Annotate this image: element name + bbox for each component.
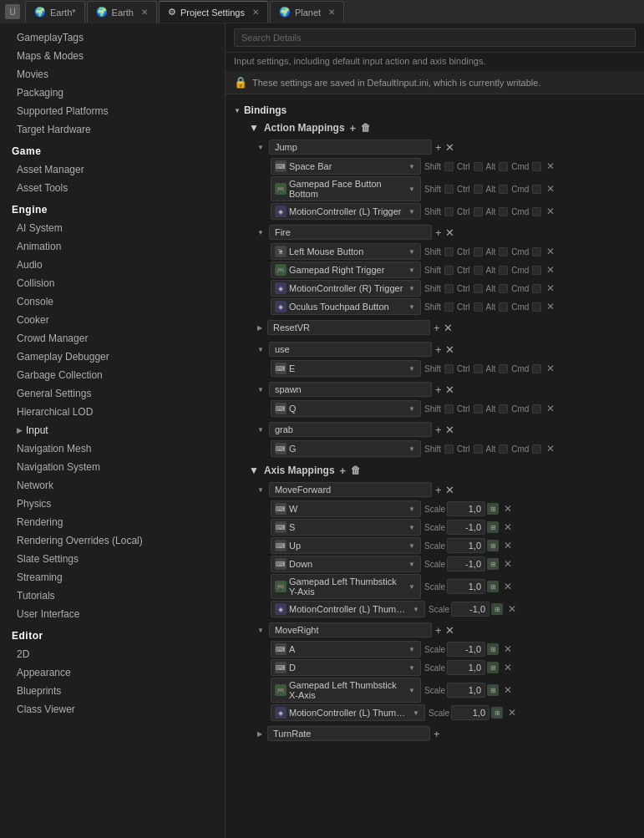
scale-expand-icon[interactable]: ⊞ — [487, 503, 499, 515]
cmd-check[interactable] — [532, 266, 541, 275]
sidebar-item-gameplaytags[interactable]: GameplayTags — [0, 28, 225, 47]
delete-binding-button[interactable]: ✕ — [504, 540, 512, 551]
key-select-gamepad-face[interactable]: 🎮 Gamepad Face Button Bottom ▼ — [271, 176, 421, 201]
sidebar-item-rendering[interactable]: Rendering — [0, 513, 225, 531]
tab-project-settings[interactable]: ⚙ Project Settings ✕ — [159, 1, 268, 23]
scale-input[interactable] — [447, 579, 485, 594]
cmd-check[interactable] — [532, 162, 541, 171]
scale-input[interactable] — [447, 501, 485, 516]
scale-expand-icon[interactable]: ⊞ — [487, 662, 499, 673]
action-name-moveright[interactable] — [269, 622, 432, 637]
sidebar-item-blueprints[interactable]: Blueprints — [0, 682, 225, 700]
collapse-use-triangle[interactable]: ▼ — [257, 346, 264, 353]
sidebar-item-slate-settings[interactable]: Slate Settings — [0, 550, 225, 568]
shift-check[interactable] — [444, 302, 454, 312]
delete-jump-action-button[interactable]: ✕ — [445, 142, 454, 153]
key-select-gamepad-lthx[interactable]: 🎮 Gamepad Left Thumbstick X-Axis ▼ — [271, 678, 421, 703]
add-turnrate-binding-button[interactable]: + — [434, 729, 440, 739]
bindings-section-header[interactable]: ▼ Bindings — [231, 101, 639, 119]
alt-check[interactable] — [499, 364, 508, 373]
ctrl-check[interactable] — [474, 302, 483, 312]
scale-input[interactable] — [447, 520, 485, 535]
sidebar-item-garbage-collection[interactable]: Garbage Collection — [0, 366, 225, 384]
key-select-g[interactable]: ⌨ G ▼ — [271, 440, 421, 457]
key-select-down[interactable]: ⌨ Down ▼ — [271, 556, 421, 572]
collapse-moveright-triangle[interactable]: ▼ — [257, 627, 264, 634]
delete-axis-mapping-button[interactable]: 🗑 — [351, 465, 361, 475]
sidebar-item-general-settings[interactable]: General Settings — [0, 384, 225, 403]
scale-expand-icon[interactable]: ⊞ — [491, 707, 503, 719]
sidebar-item-rendering-overrides[interactable]: Rendering Overrides (Local) — [0, 531, 225, 550]
collapse-axis-mappings-triangle[interactable]: ▼ — [249, 465, 259, 476]
scale-input[interactable] — [451, 602, 489, 617]
action-name-spawn[interactable] — [269, 382, 432, 397]
delete-use-action-button[interactable]: ✕ — [445, 344, 454, 355]
scale-input[interactable] — [451, 705, 489, 720]
key-select-up[interactable]: ⌨ Up ▼ — [271, 537, 421, 554]
sidebar-item-supported-platforms[interactable]: Supported Platforms — [0, 102, 225, 120]
ctrl-check[interactable] — [474, 444, 483, 454]
shift-check[interactable] — [444, 404, 454, 414]
key-select-motion-lthumb2[interactable]: ◈ MotionController (L) Thumbstick ▼ — [271, 704, 425, 721]
shift-check[interactable] — [444, 162, 454, 171]
delete-binding-button[interactable]: ✕ — [546, 183, 555, 195]
delete-binding-button[interactable]: ✕ — [546, 160, 555, 172]
scale-expand-icon[interactable]: ⊞ — [487, 540, 499, 551]
key-select-a[interactable]: ⌨ A ▼ — [271, 641, 421, 658]
key-select-gamepad-right-trigger[interactable]: 🎮 Gamepad Right Trigger ▼ — [271, 262, 421, 278]
add-grab-binding-button[interactable]: + — [435, 424, 442, 435]
alt-check[interactable] — [499, 284, 508, 293]
alt-check[interactable] — [499, 185, 508, 194]
add-moveforward-binding-button[interactable]: + — [435, 485, 442, 495]
key-select-w[interactable]: ⌨ W ▼ — [271, 500, 421, 517]
ctrl-check[interactable] — [474, 162, 483, 171]
tab-earth-star[interactable]: 🌍 Earth* — [25, 1, 85, 23]
scale-input[interactable] — [447, 538, 485, 553]
alt-check[interactable] — [499, 247, 508, 256]
sidebar-item-asset-manager[interactable]: Asset Manager — [0, 160, 225, 179]
cmd-check[interactable] — [532, 284, 541, 293]
search-input[interactable] — [234, 28, 636, 47]
sidebar-item-asset-tools[interactable]: Asset Tools — [0, 179, 225, 197]
key-select-q[interactable]: ⌨ Q ▼ — [271, 400, 421, 417]
delete-binding-button[interactable]: ✕ — [504, 503, 512, 515]
key-select-e[interactable]: ⌨ E ▼ — [271, 360, 421, 377]
scale-expand-icon[interactable]: ⊞ — [487, 643, 499, 655]
sidebar-item-2d[interactable]: 2D — [0, 645, 225, 663]
delete-moveforward-action-button[interactable]: ✕ — [445, 485, 454, 495]
delete-spawn-action-button[interactable]: ✕ — [445, 384, 454, 395]
scale-expand-icon[interactable]: ⊞ — [487, 581, 499, 592]
delete-binding-button[interactable]: ✕ — [508, 603, 516, 615]
cmd-check[interactable] — [532, 404, 541, 414]
close-planet-tab[interactable]: ✕ — [328, 8, 335, 17]
scale-input[interactable] — [447, 660, 485, 675]
alt-check[interactable] — [499, 302, 508, 312]
delete-binding-button[interactable]: ✕ — [546, 206, 555, 217]
sidebar-item-navigation-system[interactable]: Navigation System — [0, 458, 225, 476]
scale-expand-icon[interactable]: ⊞ — [491, 603, 503, 615]
delete-moveright-action-button[interactable]: ✕ — [445, 625, 454, 636]
delete-binding-button[interactable]: ✕ — [504, 662, 512, 673]
sidebar-item-target-hardware[interactable]: Target Hardware — [0, 120, 225, 139]
collapse-moveforward-triangle[interactable]: ▼ — [257, 486, 264, 494]
add-resetvr-binding-button[interactable]: + — [434, 323, 440, 333]
ctrl-check[interactable] — [474, 185, 483, 194]
action-name-jump[interactable] — [269, 140, 432, 155]
key-select-motion-r-trigger[interactable]: ◈ MotionController (R) Trigger ▼ — [271, 280, 421, 297]
ctrl-check[interactable] — [474, 247, 483, 256]
cmd-check[interactable] — [532, 302, 541, 312]
delete-binding-button[interactable]: ✕ — [504, 558, 512, 570]
ctrl-check[interactable] — [474, 284, 483, 293]
sidebar-item-appearance[interactable]: Appearance — [0, 663, 225, 682]
delete-binding-button[interactable]: ✕ — [546, 282, 555, 294]
sidebar-item-gameplay-debugger[interactable]: Gameplay Debugger — [0, 348, 225, 366]
delete-resetvr-action-button[interactable]: ✕ — [444, 323, 453, 333]
sidebar-item-hierarchical-lod[interactable]: Hierarchical LOD — [0, 403, 225, 421]
add-spawn-binding-button[interactable]: + — [435, 384, 442, 395]
shift-check[interactable] — [444, 185, 454, 194]
cmd-check[interactable] — [532, 444, 541, 454]
scale-expand-icon[interactable]: ⊞ — [487, 558, 499, 570]
key-select-d[interactable]: ⌨ D ▼ — [271, 659, 421, 676]
expand-resetvr-triangle[interactable]: ▶ — [257, 324, 262, 332]
shift-check[interactable] — [444, 247, 454, 256]
